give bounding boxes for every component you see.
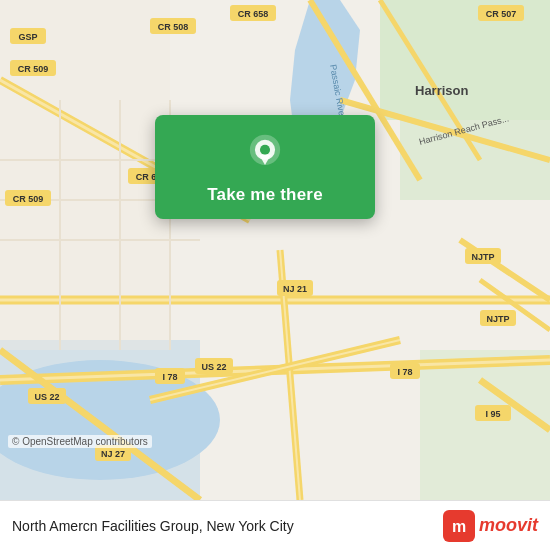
svg-text:CR 507: CR 507 (486, 9, 517, 19)
tooltip-card: Take me there (155, 115, 375, 219)
svg-rect-6 (420, 350, 550, 500)
osm-attribution: © OpenStreetMap contributors (8, 435, 152, 448)
svg-text:NJTP: NJTP (486, 314, 509, 324)
map-background: CR 509 CR 509 CR 508 CR 658 CR 507 Harri… (0, 0, 550, 500)
svg-text:I 78: I 78 (397, 367, 412, 377)
svg-text:US 22: US 22 (201, 362, 226, 372)
svg-text:CR 509: CR 509 (13, 194, 44, 204)
svg-text:GSP: GSP (18, 32, 37, 42)
svg-text:CR 658: CR 658 (238, 9, 269, 19)
svg-text:I 95: I 95 (485, 409, 500, 419)
svg-text:NJ 27: NJ 27 (101, 449, 125, 459)
svg-text:CR 508: CR 508 (158, 22, 189, 32)
take-me-there-button[interactable]: Take me there (207, 185, 323, 205)
moovit-logo-icon: m (443, 510, 475, 542)
location-pin-icon (244, 133, 286, 175)
svg-text:Harrison: Harrison (415, 83, 469, 98)
svg-text:CR 509: CR 509 (18, 64, 49, 74)
svg-text:NJTP: NJTP (471, 252, 494, 262)
svg-point-68 (260, 145, 270, 155)
svg-text:I 78: I 78 (162, 372, 177, 382)
moovit-brand-text: moovit (479, 515, 538, 536)
bottom-bar: North Amercn Facilities Group, New York … (0, 500, 550, 550)
svg-rect-4 (380, 0, 550, 120)
location-text: North Amercn Facilities Group, New York … (12, 518, 294, 534)
svg-text:US 22: US 22 (34, 392, 59, 402)
map-container: CR 509 CR 509 CR 508 CR 658 CR 507 Harri… (0, 0, 550, 500)
svg-text:m: m (452, 518, 466, 535)
svg-text:NJ 21: NJ 21 (283, 284, 307, 294)
moovit-logo: m moovit (443, 510, 538, 542)
attribution-text: © OpenStreetMap contributors (12, 436, 148, 447)
